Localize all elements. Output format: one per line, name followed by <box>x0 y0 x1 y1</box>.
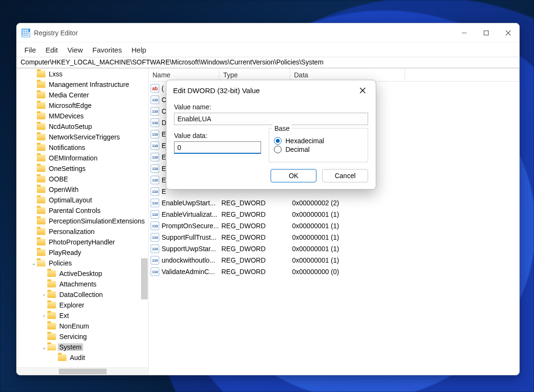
minimize-button[interactable] <box>453 23 475 42</box>
tree-vscroll-thumb[interactable] <box>141 258 148 299</box>
chevron-right-icon[interactable]: › <box>41 313 47 318</box>
value-data: 0x00000001 (1) <box>290 245 519 253</box>
tree-item[interactable]: MicrosoftEdge <box>17 100 148 111</box>
list-row[interactable]: EnableUwpStart...REG_DWORD0x00000002 (2) <box>149 197 519 209</box>
tree-item-label: Notifications <box>47 144 87 151</box>
tree-item[interactable]: Parental Controls <box>17 205 148 216</box>
tree-item-label: DataCollection <box>58 291 104 298</box>
column-type[interactable]: Type <box>219 68 290 81</box>
tree-scroll[interactable]: LxssManagement InfrastructureMedia Cente… <box>17 68 148 367</box>
tree-item[interactable]: Explorer <box>17 300 148 310</box>
tree-item[interactable]: NcdAutoSetup <box>17 121 148 132</box>
list-row[interactable]: PromptOnSecure...REG_DWORD0x00000001 (1) <box>149 220 519 232</box>
column-name[interactable]: Name <box>149 68 219 81</box>
value-type: REG_DWORD <box>219 233 290 241</box>
value-name: E <box>162 188 166 195</box>
value-name: ValidateAdminC... <box>162 268 215 275</box>
tree-hscroll-track[interactable] <box>17 367 148 375</box>
value-data: 0x00000000 (0) <box>290 268 519 275</box>
tree-item[interactable]: ⌄System <box>17 342 148 352</box>
menu-favorites[interactable]: Favorites <box>87 44 127 56</box>
folder-icon <box>47 312 56 319</box>
tree-item-label: Audit <box>68 354 87 361</box>
folder-icon <box>37 186 45 193</box>
value-type: REG_DWORD <box>219 268 290 275</box>
chevron-down-icon[interactable]: ⌄ <box>30 260 37 266</box>
folder-icon <box>47 291 56 298</box>
value-name: undockwithoutlo... <box>162 256 215 264</box>
tree-item[interactable]: NonEnum <box>17 321 148 331</box>
value-data: 0x00000001 (1) <box>290 222 519 230</box>
value-name: EnableUwpStart... <box>162 199 216 207</box>
folder-icon <box>37 81 45 88</box>
menu-file[interactable]: File <box>20 44 41 56</box>
tree-item[interactable]: Media Center <box>17 90 148 100</box>
tree-item[interactable]: Servicing <box>17 331 148 342</box>
dialog-close-button[interactable] <box>352 82 373 99</box>
value-name: SupportUwpStar... <box>162 245 216 253</box>
close-button[interactable] <box>497 23 519 42</box>
tree-item[interactable]: PhotoPropertyHandler <box>17 237 148 247</box>
chevron-right-icon[interactable]: › <box>41 292 47 297</box>
address-bar[interactable]: Computer\HKEY_LOCAL_MACHINE\SOFTWARE\Mic… <box>17 57 519 68</box>
tree-hscroll-thumb[interactable] <box>59 369 107 374</box>
tree-item[interactable]: PlayReady <box>17 247 148 258</box>
tree-item[interactable]: NetworkServiceTriggers <box>17 132 148 142</box>
folder-icon <box>58 354 66 361</box>
list-row[interactable]: EnableVirtualizat...REG_DWORD0x00000001 … <box>149 209 519 220</box>
menubar: File Edit View Favorites Help <box>17 42 519 57</box>
value-data: 0x00000002 (2) <box>290 199 519 207</box>
maximize-button[interactable] <box>475 23 497 42</box>
value-data-field[interactable] <box>174 141 261 154</box>
folder-icon <box>37 197 45 203</box>
value-name: EnableVirtualizat... <box>162 211 217 218</box>
tree-item[interactable]: Management Infrastructure <box>17 79 148 90</box>
tree-item[interactable]: OneSettings <box>17 163 148 174</box>
tree-item[interactable]: PerceptionSimulationExtensions <box>17 216 148 226</box>
tree-item-label: Media Center <box>47 91 90 99</box>
tree-item[interactable]: Lxss <box>17 69 148 79</box>
tree-pane: LxssManagement InfrastructureMedia Cente… <box>17 68 149 375</box>
dialog-buttons: OK Cancel <box>166 169 376 189</box>
dialog-titlebar[interactable]: Edit DWORD (32-bit) Value <box>166 80 376 100</box>
value-data: 0x00000001 (1) <box>290 256 519 264</box>
radio-dec-icon <box>274 146 282 153</box>
folder-icon <box>37 134 45 140</box>
menu-view[interactable]: View <box>63 44 87 56</box>
menu-help[interactable]: Help <box>127 44 151 56</box>
value-type: REG_DWORD <box>219 256 290 264</box>
tree-item[interactable]: ›DataCollection <box>17 289 148 300</box>
folder-icon <box>37 113 45 119</box>
list-row[interactable]: ValidateAdminC...REG_DWORD0x00000000 (0) <box>149 266 519 277</box>
value-name: ( <box>162 85 164 92</box>
tree-item[interactable]: OptimalLayout <box>17 195 148 205</box>
chevron-down-icon[interactable]: ⌄ <box>41 344 47 350</box>
cancel-button[interactable]: Cancel <box>322 169 368 182</box>
tree-item[interactable]: Personalization <box>17 226 148 237</box>
radio-hexadecimal[interactable]: Hexadecimal <box>274 137 363 145</box>
value-name-field[interactable] <box>174 113 368 125</box>
dword-value-icon <box>151 199 159 207</box>
tree-item[interactable]: OOBE <box>17 174 148 184</box>
tree-item[interactable]: ActiveDesktop <box>17 268 148 279</box>
tree-item[interactable]: Notifications <box>17 142 148 153</box>
menu-edit[interactable]: Edit <box>41 44 63 56</box>
dword-value-icon <box>151 141 159 150</box>
radio-decimal[interactable]: Decimal <box>274 146 363 153</box>
column-data[interactable]: Data <box>290 68 405 81</box>
tree-item[interactable]: OpenWith <box>17 184 148 195</box>
tree-item[interactable]: ⌄Policies <box>17 258 148 268</box>
tree-item-label: Servicing <box>58 333 88 340</box>
value-type: REG_DWORD <box>219 245 290 253</box>
tree-item[interactable]: OEMInformation <box>17 153 148 163</box>
list-row[interactable]: SupportFullTrust...REG_DWORD0x00000001 (… <box>149 232 519 243</box>
tree-item[interactable]: MMDevices <box>17 111 148 121</box>
ok-button[interactable]: OK <box>271 169 316 182</box>
folder-icon <box>47 344 56 350</box>
tree-item[interactable]: ›Ext <box>17 310 148 321</box>
list-row[interactable]: SupportUwpStar...REG_DWORD0x00000001 (1) <box>149 243 519 254</box>
tree-item[interactable]: Audit <box>17 352 148 363</box>
tree-item[interactable]: Attachments <box>17 279 148 289</box>
titlebar[interactable]: Registry Editor <box>17 23 519 42</box>
list-row[interactable]: undockwithoutlo...REG_DWORD0x00000001 (1… <box>149 254 519 266</box>
